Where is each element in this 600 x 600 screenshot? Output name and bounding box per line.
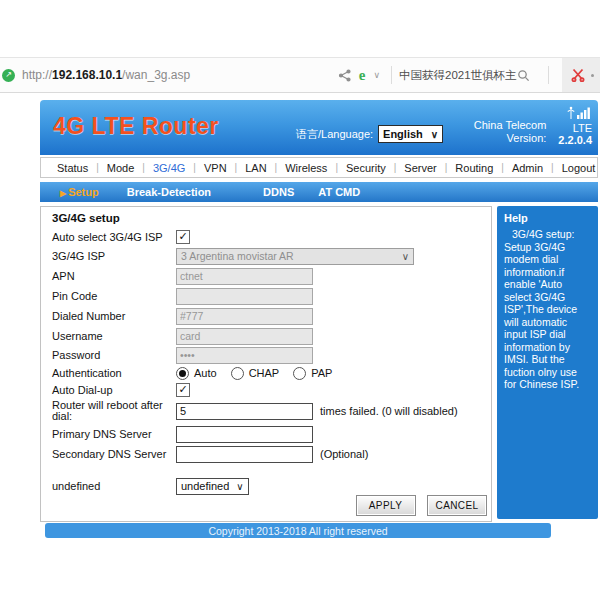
username-input — [176, 328, 313, 345]
scissors-icon[interactable] — [571, 68, 585, 82]
reboot-times-input[interactable] — [176, 403, 313, 420]
select-chevron-icon: ∨ — [402, 251, 409, 262]
auth-auto-label: Auto — [194, 367, 217, 379]
nav-item-vpn[interactable]: VPN — [196, 162, 235, 174]
dialed-number-input — [176, 308, 313, 325]
isp-row: 3G/4G ISP 3 Argentina movistar AR ∨ — [52, 246, 491, 266]
site-badge-icon: ↗ — [2, 69, 15, 82]
url-host: 192.168.10.1 — [52, 68, 122, 82]
share-icon[interactable] — [338, 69, 351, 82]
primary-dns-row: Primary DNS Server — [52, 424, 491, 444]
content-area: 3G/4G setup Auto select 3G/4G ISP ✓ 3G/4… — [40, 206, 598, 524]
auto-dialup-checkbox[interactable]: ✓ — [176, 383, 190, 397]
reboot-after-dial-label: Router will reboot after dial: — [52, 400, 176, 422]
help-text: Setup 3G/4G modem dial information.if en… — [504, 241, 591, 391]
auth-radio-auto[interactable]: Auto — [176, 367, 217, 380]
browser-search-box[interactable]: 中国获得2021世俱杯主办权 — [399, 68, 541, 83]
nav-item-mode[interactable]: Mode — [99, 162, 143, 174]
undefined-selected-value: undefined — [181, 480, 229, 492]
password-row: Password — [52, 346, 491, 364]
nav-item-status[interactable]: Status — [49, 162, 96, 174]
nav-item-security[interactable]: Security — [338, 162, 394, 174]
apn-label: APN — [52, 271, 176, 282]
nav-item-wireless[interactable]: Wireless — [277, 162, 335, 174]
username-row: Username — [52, 326, 491, 346]
extension-area — [562, 58, 600, 92]
radio-icon[interactable] — [293, 367, 306, 380]
help-panel: Help 3G/4G setup: Setup 3G/4G modem dial… — [497, 206, 598, 519]
version-label: Version: — [474, 132, 547, 145]
authentication-row: Authentication Auto CHAP PAP — [52, 364, 491, 382]
apply-button[interactable]: APPLY — [356, 495, 416, 516]
pin-code-label: Pin Code — [52, 291, 176, 302]
app-header: 4G LTE Router 语言/Language: English ∨ Chi… — [40, 100, 598, 155]
toolbar-divider — [391, 66, 392, 84]
url-prefix: http:// — [22, 68, 52, 82]
cancel-button[interactable]: CANCEL — [427, 495, 487, 516]
auth-radio-pap[interactable]: PAP — [293, 367, 332, 380]
pin-code-row: Pin Code — [52, 286, 491, 306]
help-intro: 3G/4G setup: — [504, 228, 591, 241]
search-hot-text[interactable]: 中国获得2021世俱杯主办权 — [399, 68, 517, 83]
auto-select-isp-row: Auto select 3G/4G ISP ✓ — [52, 228, 491, 246]
nav-item-routing[interactable]: Routing — [447, 162, 501, 174]
secondary-dns-input[interactable] — [176, 446, 313, 463]
app-logo: 4G LTE Router — [53, 113, 219, 140]
nav-item-admin[interactable]: Admin — [504, 162, 551, 174]
url-path: /wan_3g.asp — [122, 68, 190, 82]
undefined-select[interactable]: undefined ∨ — [176, 478, 249, 495]
username-label: Username — [52, 331, 176, 342]
primary-dns-label: Primary DNS Server — [52, 429, 176, 440]
dialed-number-row: Dialed Number — [52, 306, 491, 326]
main-nav: Status| Mode| 3G/4G| VPN| LAN| Wireless|… — [40, 157, 598, 178]
reboot-after-dial-row: Router will reboot after dial: times fai… — [52, 398, 491, 424]
primary-dns-input[interactable] — [176, 426, 313, 443]
nav-item-lan[interactable]: LAN — [237, 162, 274, 174]
language-bar: 语言/Language: English ∨ — [296, 125, 443, 143]
nav-item-logout[interactable]: Logout — [554, 162, 600, 174]
isp-selected-value: 3 Argentina movistar AR — [181, 250, 294, 262]
router-admin-page: 4G LTE Router 语言/Language: English ∨ Chi… — [40, 100, 598, 600]
url-field[interactable]: http://192.168.10.1/wan_3g.asp — [22, 68, 190, 82]
secondary-dns-suffix: (Optional) — [320, 448, 368, 460]
subnav-item-setup[interactable]: ▶Setup — [60, 186, 99, 198]
secondary-dns-label: Secondary DNS Server — [52, 449, 176, 460]
auto-select-isp-checkbox[interactable]: ✓ — [176, 230, 190, 244]
select-chevron-icon: ∨ — [431, 129, 438, 140]
auth-radio-chap[interactable]: CHAP — [231, 367, 280, 380]
select-chevron-icon: ∨ — [236, 481, 243, 492]
nav-item-3g4g[interactable]: 3G/4G — [145, 162, 193, 174]
auto-select-isp-label: Auto select 3G/4G ISP — [52, 232, 176, 243]
radio-selected-icon[interactable] — [176, 367, 189, 380]
nav-item-server[interactable]: Server — [396, 162, 444, 174]
extension-menu-dot[interactable] — [591, 74, 594, 77]
footer-copyright: Copyright 2013-2018 All right reserved — [45, 523, 551, 538]
header-info-block: China Telecom Version: LTE 2.2.0.4 — [474, 106, 592, 146]
site-badge-arrow: ↗ — [5, 71, 12, 79]
radio-icon[interactable] — [231, 367, 244, 380]
isp-label: 3G/4G ISP — [52, 251, 176, 262]
auth-pap-label: PAP — [311, 367, 332, 379]
setup-form: 3G/4G setup Auto select 3G/4G ISP ✓ 3G/4… — [40, 206, 492, 522]
subnav-item-break-detection[interactable]: Break-Detection — [127, 186, 211, 198]
secondary-dns-row: Secondary DNS Server (Optional) — [52, 444, 491, 464]
search-magnifier-icon[interactable] — [517, 69, 530, 82]
compatibility-mode-icon[interactable]: e — [359, 67, 366, 84]
subnav-setup-label: Setup — [68, 186, 99, 198]
dialed-number-label: Dialed Number — [52, 311, 176, 322]
auto-dialup-row: Auto Dial-up ✓ — [52, 382, 491, 398]
sub-nav: ▶Setup Break-Detection DDNS AT CMD — [40, 182, 598, 202]
auto-dialup-label: Auto Dial-up — [52, 385, 176, 396]
mode-chevron-down-icon[interactable]: ∨ — [373, 70, 380, 80]
apn-row: APN — [52, 266, 491, 286]
language-select[interactable]: English ∨ — [378, 125, 443, 143]
version-value: 2.2.0.4 — [558, 134, 592, 146]
active-tab-arrow-icon: ▶ — [60, 189, 66, 198]
browser-address-bar: ↗ http://192.168.10.1/wan_3g.asp e ∨ 中国获… — [0, 57, 600, 93]
form-title: 3G/4G setup — [52, 212, 491, 228]
subnav-item-ddns[interactable]: DDNS — [263, 186, 294, 198]
subnav-item-at-cmd[interactable]: AT CMD — [318, 186, 360, 198]
undefined-row: undefined undefined ∨ — [52, 476, 491, 496]
form-actions: APPLY CANCEL — [349, 495, 487, 516]
operator-name: China Telecom — [474, 119, 547, 132]
